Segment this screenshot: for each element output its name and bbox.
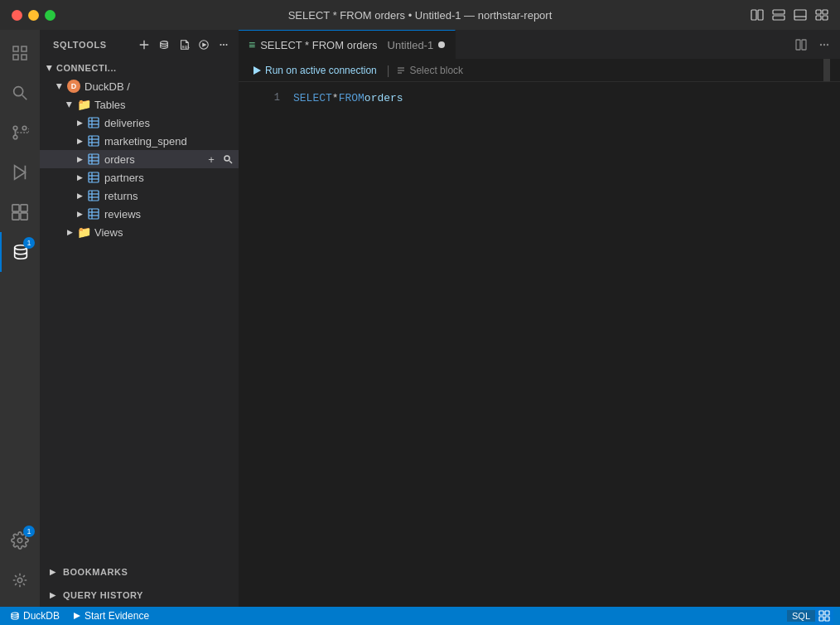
svg-rect-9 [823, 16, 828, 20]
editor-toolbar: Run on active connection | Select block [239, 59, 840, 82]
activity-database[interactable]: 1 [0, 232, 40, 272]
select-block-btn[interactable]: Select block [396, 65, 463, 76]
sidebar-header: SQLTOOLS [40, 30, 239, 59]
activity-explorer[interactable] [0, 33, 40, 73]
activity-run[interactable] [0, 153, 40, 192]
status-bar: DuckDB Start Evidence SQL [0, 607, 840, 625]
window-controls [12, 10, 56, 21]
maximize-button[interactable] [45, 10, 56, 21]
minimize-button[interactable] [28, 10, 39, 21]
table-marketing-spend[interactable]: ▶ marketing_spend [40, 132, 239, 150]
select-block-label: Select block [409, 65, 463, 76]
views-arrow: ▶ [63, 225, 76, 239]
split-editor-action[interactable] [792, 36, 810, 54]
panel-icon[interactable] [794, 8, 807, 22]
editor-area: ≡ SELECT * FROM orders Untitled-1 [239, 30, 840, 607]
svg-rect-3 [773, 16, 784, 20]
tab-bar: ≡ SELECT * FROM orders Untitled-1 [239, 30, 840, 59]
tab-select-orders[interactable]: ≡ SELECT * FROM orders Untitled-1 [239, 30, 456, 59]
svg-point-23 [17, 538, 22, 543]
table-reviews[interactable]: ▶ reviews [40, 205, 239, 223]
svg-point-44 [224, 156, 229, 161]
activity-settings[interactable]: 1 [0, 521, 40, 560]
svg-point-62 [827, 43, 828, 45]
customize-layout-icon[interactable] [815, 8, 828, 22]
duckdb-connection[interactable]: ▶ D DuckDB / [40, 77, 239, 95]
table-partners[interactable]: ▶ partners [40, 168, 239, 187]
run-on-connection-btn[interactable]: Run on active connection [249, 63, 380, 78]
svg-point-60 [820, 43, 822, 45]
svg-rect-69 [819, 611, 823, 615]
activity-search[interactable] [0, 73, 40, 113]
duckdb-arrow: ▶ [53, 80, 66, 93]
svg-point-31 [225, 43, 227, 45]
partners-label: partners [104, 172, 235, 184]
new-sql-file-icon[interactable]: SQL [176, 36, 192, 53]
tab-label: SELECT * FROM orders [260, 39, 377, 51]
start-evidence-item[interactable]: Start Evidence [70, 607, 152, 625]
svg-point-13 [13, 126, 17, 130]
views-label: Views [94, 226, 235, 239]
connections-section-header[interactable]: ▶ CONNECTI... [40, 59, 239, 77]
orders-search-icon[interactable] [220, 152, 235, 167]
split-editor-icon[interactable] [751, 8, 764, 22]
marketing-spend-arrow: ▶ [73, 134, 86, 148]
views-folder[interactable]: ▶ 📁 Views [40, 223, 239, 241]
run-query-icon[interactable] [196, 36, 212, 53]
activity-bottom: 1 [0, 521, 40, 600]
line-number-1: 1 [255, 92, 280, 104]
keyword-from: FROM [339, 92, 364, 104]
svg-rect-72 [825, 617, 829, 621]
table-returns[interactable]: ▶ returns [40, 187, 239, 205]
extension-icon-badge[interactable] [815, 607, 833, 625]
new-connection-icon[interactable] [136, 36, 152, 53]
svg-rect-7 [823, 10, 828, 14]
main-layout: 1 1 SQL [0, 30, 840, 607]
reviews-arrow: ▶ [73, 207, 86, 220]
orders-add-icon[interactable]: + [204, 152, 219, 167]
sidebar-tree: ▶ CONNECTI... ▶ D DuckDB / ▶ 📁 Tables ▶ [40, 59, 239, 560]
titlebar: SELECT * FROM orders • Untitled-1 — nort… [0, 0, 840, 30]
views-folder-icon: 📁 [76, 225, 91, 239]
database-badge: 1 [23, 237, 35, 249]
tab-modified-dot [438, 41, 445, 48]
identifier-orders: orders [364, 92, 403, 104]
connections-arrow: ▶ [43, 61, 56, 75]
deliveries-table-icon [86, 116, 101, 129]
table-deliveries[interactable]: ▶ deliveries [40, 114, 239, 132]
svg-rect-70 [825, 611, 829, 615]
svg-marker-68 [74, 613, 80, 619]
svg-point-61 [823, 43, 825, 45]
layout-icon[interactable] [772, 8, 785, 22]
duckdb-status-item[interactable]: DuckDB [7, 607, 63, 625]
bookmarks-section[interactable]: ▶ BOOKMARKS [40, 560, 239, 584]
tables-folder[interactable]: ▶ 📁 Tables [40, 95, 239, 114]
query-history-section[interactable]: ▶ QUERY HISTORY [40, 584, 239, 607]
status-right: SQL [787, 607, 833, 625]
svg-marker-63 [253, 66, 261, 75]
marketing-spend-table-icon [86, 134, 101, 148]
svg-point-10 [14, 87, 23, 96]
tab-sql-icon: ≡ [249, 38, 255, 51]
more-actions-icon[interactable] [215, 36, 232, 53]
sidebar-bottom: ▶ BOOKMARKS ▶ QUERY HISTORY [40, 560, 239, 607]
manage-connections-icon[interactable] [156, 36, 172, 53]
more-tab-actions[interactable] [815, 36, 833, 54]
editor-content[interactable]: 1 SELECT * FROM orders [239, 82, 840, 607]
svg-rect-0 [751, 10, 756, 20]
svg-point-25 [161, 41, 168, 44]
duckdb-status-label: DuckDB [23, 610, 60, 622]
duckdb-icon: D [66, 80, 81, 93]
close-button[interactable] [12, 10, 22, 21]
sql-language-badge[interactable]: SQL [787, 610, 815, 622]
orders-actions: + [204, 152, 235, 167]
activity-source-control[interactable] [0, 113, 40, 153]
activity-extensions[interactable] [0, 192, 40, 232]
table-orders[interactable]: ▶ orders + [40, 150, 239, 168]
activity-remote[interactable] [0, 560, 40, 600]
tables-label: Tables [94, 99, 235, 111]
duckdb-label: DuckDB / [84, 80, 235, 93]
tab-spacer [456, 30, 785, 59]
svg-rect-50 [89, 191, 99, 201]
orders-arrow: ▶ [73, 153, 86, 166]
